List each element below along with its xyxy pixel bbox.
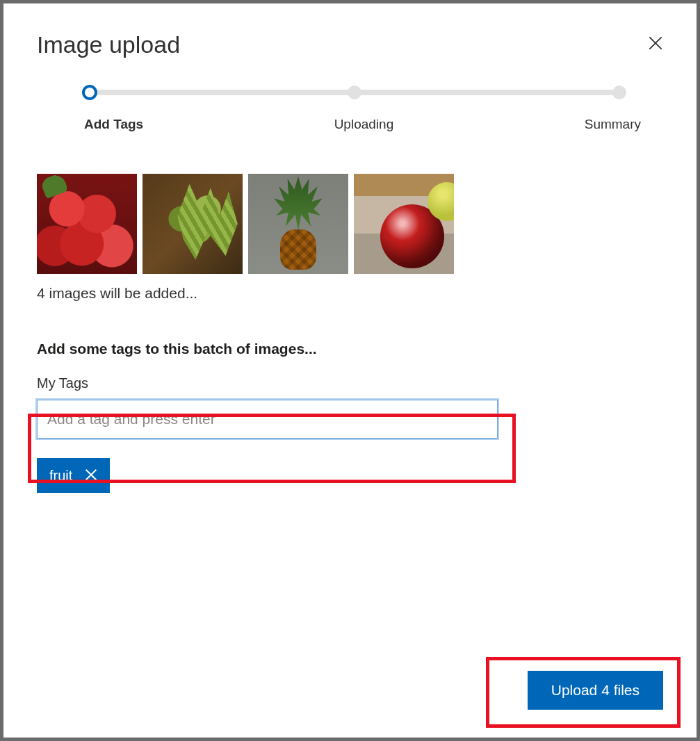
close-icon bbox=[646, 44, 665, 54]
thumbnail[interactable] bbox=[248, 174, 348, 274]
image-upload-dialog: Image upload Add Tags Uploading Summary … bbox=[3, 3, 697, 738]
wizard-stepper bbox=[84, 88, 625, 97]
step-label-uploading: Uploading bbox=[334, 117, 394, 132]
tag-input[interactable] bbox=[37, 400, 498, 439]
tag-chip-label: fruit bbox=[49, 468, 72, 484]
tag-chip-remove-button[interactable] bbox=[82, 466, 100, 486]
step-label-summary: Summary bbox=[585, 117, 641, 132]
step-node-summary bbox=[612, 86, 626, 99]
thumbnail[interactable] bbox=[354, 174, 454, 274]
thumbnail[interactable] bbox=[37, 174, 137, 274]
thumbnail-strip bbox=[37, 174, 663, 274]
upload-files-button[interactable]: Upload 4 files bbox=[528, 671, 663, 710]
step-label-add-tags: Add Tags bbox=[84, 117, 143, 132]
step-node-add-tags bbox=[82, 85, 97, 100]
tags-section-heading: Add some tags to this batch of images... bbox=[37, 341, 663, 357]
close-icon bbox=[83, 467, 99, 484]
upload-button-label: Upload 4 files bbox=[551, 682, 640, 698]
tag-chip: fruit bbox=[37, 458, 110, 493]
thumbnail[interactable] bbox=[143, 174, 243, 274]
close-button[interactable] bbox=[642, 30, 669, 58]
images-pending-text: 4 images will be added... bbox=[37, 285, 663, 302]
dialog-title: Image upload bbox=[37, 31, 180, 58]
my-tags-subheading: My Tags bbox=[37, 375, 663, 391]
dialog-header: Image upload bbox=[37, 31, 663, 81]
tag-input-wrap bbox=[37, 400, 663, 439]
step-node-uploading bbox=[348, 86, 361, 99]
tag-chip-list: fruit bbox=[37, 439, 663, 493]
stepper-labels: Add Tags Uploading Summary bbox=[84, 117, 641, 132]
